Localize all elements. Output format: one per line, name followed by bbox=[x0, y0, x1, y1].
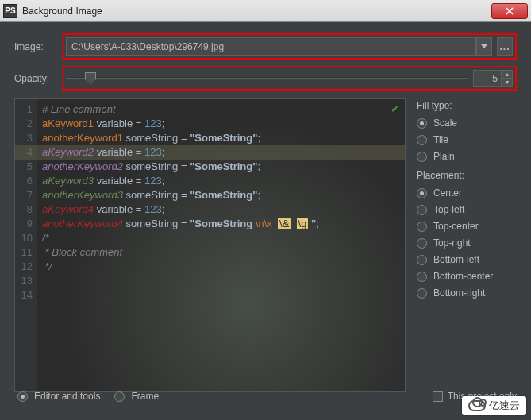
image-path-input[interactable] bbox=[66, 37, 476, 56]
showin-frame[interactable]: Frame bbox=[114, 391, 159, 402]
opacity-row: Opacity: ▲ ▼ bbox=[14, 66, 517, 91]
placement-option-center[interactable]: Center bbox=[417, 187, 517, 198]
radio-icon bbox=[417, 238, 427, 249]
radio-icon bbox=[17, 391, 28, 402]
watermark-text: 亿速云 bbox=[489, 399, 520, 413]
image-label: Image: bbox=[14, 41, 62, 52]
fill-heading: Fill type: bbox=[417, 100, 517, 111]
browse-button[interactable]: ... bbox=[497, 37, 513, 56]
radio-icon bbox=[417, 118, 427, 129]
image-row: Image: ... bbox=[14, 33, 517, 60]
cloud-icon bbox=[468, 400, 486, 411]
placement-option-top-center[interactable]: Top-center bbox=[417, 221, 517, 232]
radio-icon bbox=[417, 152, 427, 162]
opacity-value-input[interactable] bbox=[473, 70, 502, 87]
radio-icon bbox=[417, 205, 427, 215]
watermark: 亿速云 bbox=[462, 396, 526, 415]
window-title: Background Image bbox=[22, 6, 491, 17]
radio-icon bbox=[417, 255, 427, 265]
image-row-highlight: ... bbox=[62, 33, 517, 60]
opacity-row-highlight: ▲ ▼ bbox=[62, 66, 517, 91]
image-dropdown-button[interactable] bbox=[476, 37, 492, 56]
code-area: # Line comment aKeyword1 variable = 123;… bbox=[37, 99, 405, 391]
close-button[interactable] bbox=[491, 3, 528, 19]
radio-icon bbox=[417, 272, 427, 282]
chevron-down-icon bbox=[481, 44, 487, 48]
placement-option-bottom-center[interactable]: Bottom-center bbox=[417, 271, 517, 282]
titlebar: PS Background Image bbox=[0, 0, 531, 22]
options-panel: Fill type: ScaleTilePlain Placement: Cen… bbox=[406, 98, 517, 392]
radio-icon bbox=[417, 222, 427, 232]
radio-icon bbox=[114, 391, 125, 402]
placement-heading: Placement: bbox=[417, 170, 517, 181]
fill-option-plain[interactable]: Plain bbox=[417, 151, 517, 162]
code-preview: ✔ 1234567891011121314 # Line comment aKe… bbox=[14, 98, 406, 392]
chevron-up-icon[interactable]: ▲ bbox=[502, 71, 512, 79]
opacity-slider[interactable] bbox=[66, 71, 467, 86]
close-icon bbox=[506, 7, 514, 15]
opacity-label: Opacity: bbox=[14, 73, 62, 84]
app-icon: PS bbox=[3, 4, 17, 18]
opacity-spinner[interactable]: ▲ ▼ bbox=[502, 70, 513, 87]
line-gutter: 1234567891011121314 bbox=[15, 99, 37, 391]
bottom-bar: Editor and toolsFrame This project only bbox=[17, 385, 517, 407]
placement-option-top-left[interactable]: Top-left bbox=[417, 204, 517, 215]
placement-option-bottom-left[interactable]: Bottom-left bbox=[417, 254, 517, 265]
fill-option-scale[interactable]: Scale bbox=[417, 118, 517, 129]
fill-option-tile[interactable]: Tile bbox=[417, 134, 517, 145]
radio-icon bbox=[417, 135, 427, 145]
showin-editor-and-tools[interactable]: Editor and tools bbox=[17, 391, 100, 402]
placement-option-top-right[interactable]: Top-right bbox=[417, 237, 517, 249]
radio-icon bbox=[417, 288, 427, 299]
placement-option-bottom-right[interactable]: Bottom-right bbox=[417, 287, 517, 299]
chevron-down-icon[interactable]: ▼ bbox=[502, 79, 512, 86]
slider-thumb-icon[interactable] bbox=[85, 72, 96, 85]
project-only-checkbox[interactable] bbox=[433, 391, 443, 402]
radio-icon bbox=[417, 188, 427, 198]
